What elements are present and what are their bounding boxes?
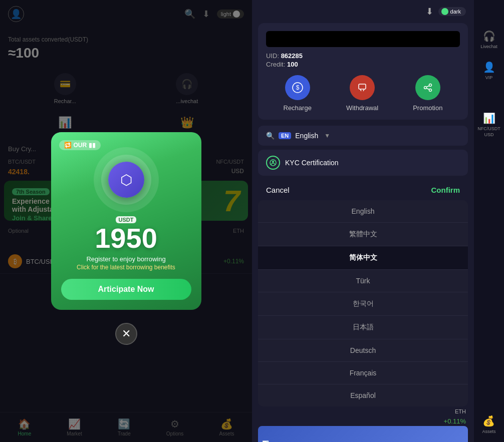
promotion-svg (422, 82, 434, 94)
lang-de-label: Deutsch (350, 346, 376, 354)
dark-dot (441, 8, 448, 15)
credit-label: Credit: (266, 61, 285, 68)
lang-fr-label: Français (350, 369, 377, 377)
kyc-section[interactable]: KYC Certification (258, 150, 468, 176)
register-text: Register to enjoy borrowing (86, 255, 165, 263)
popup-amount: 1950 (95, 224, 157, 252)
withdrawal-circle-icon (350, 75, 375, 100)
svg-point-5 (429, 89, 431, 92)
vip-sidebar-label: VIP (485, 75, 493, 80)
recharge-svg: $ (292, 82, 304, 94)
sidebar-assets[interactable]: 💰 Assets (482, 415, 495, 434)
sidebar-vip[interactable]: 👤 VIP (483, 61, 495, 80)
chevron-down-icon: ▼ (324, 132, 330, 139)
uid-label: UID: (266, 52, 279, 60)
lang-fr[interactable]: Français (258, 362, 468, 384)
lang-ko[interactable]: 한국어 (258, 292, 468, 316)
livechat-sidebar-label: Livechat (480, 44, 497, 49)
svg-line-6 (426, 86, 429, 87)
ticker-right-row: +0.11% (252, 416, 474, 426)
popup-wrapper: 🔁 OUR ▮▮ ⬡ USDT 1950 Register to enjoy b… (51, 132, 201, 310)
profile-credit: Credit: 100 (266, 61, 460, 68)
eth-coin: ⬡ (108, 162, 144, 198)
right-panel: 🎧 Livechat 👤 VIP 📊 NFC/USDTUSD 💰 Assets … (252, 0, 504, 442)
right-panel-inner: ⬇ dark UID: 862285 Credit: 100 (252, 0, 504, 442)
kyc-label: KYC Certification (285, 159, 339, 167)
dark-label: dark (450, 9, 461, 15)
kyc-search-icon: 🔍 (266, 132, 275, 140)
lang-zh-tw-label: 繁體中文 (349, 230, 377, 238)
sidebar-nfc[interactable]: 📊 NFC/USDTUSD (477, 112, 500, 138)
profile-section: UID: 862285 Credit: 100 $ Recharge (258, 23, 468, 120)
recharge-circle-icon: $ (285, 75, 310, 100)
lang-zh-tw[interactable]: 繁體中文 (258, 223, 468, 246)
language-name: English (295, 132, 318, 140)
eth-symbol: ⬡ (120, 172, 132, 188)
svg-point-9 (272, 161, 274, 163)
assets-sidebar-label: Assets (482, 429, 495, 434)
recharge-action-label: Recharge (284, 104, 312, 112)
withdrawal-action-label: Withdrawal (346, 104, 378, 112)
lang-ko-label: 한국어 (353, 299, 374, 307)
vip-sidebar-icon: 👤 (483, 61, 495, 73)
right-header: ⬇ dark (252, 0, 474, 23)
right-sidebar: 🎧 Livechat 👤 VIP 📊 NFC/USDTUSD 💰 Assets (474, 0, 504, 442)
participate-button[interactable]: Articipate Now (61, 279, 191, 300)
promotion-circle-icon (415, 75, 440, 100)
svg-line-7 (426, 89, 429, 90)
uid-value: 862285 (281, 52, 303, 60)
lang-english[interactable]: English (258, 200, 468, 223)
close-popup-button[interactable]: ✕ (115, 323, 137, 345)
svg-point-4 (429, 84, 431, 87)
credit-value: 100 (287, 61, 298, 68)
popup-card: 🔁 OUR ▮▮ ⬡ USDT 1950 Register to enjoy b… (51, 132, 201, 310)
thumbnail-area[interactable]: 📊 (258, 426, 468, 442)
profile-promotion[interactable]: Promotion (413, 75, 442, 112)
dark-toggle[interactable]: dark (438, 7, 466, 16)
popup-our-icon: 🔁 (64, 142, 72, 149)
lang-zh-cn[interactable]: 简体中文 (258, 246, 468, 270)
sidebar-livechat[interactable]: 🎧 Livechat (480, 30, 497, 49)
cancel-button[interactable]: Cancel (266, 186, 290, 194)
nfc-sidebar-label: NFC/USDTUSD (477, 126, 500, 138)
right-download-icon[interactable]: ⬇ (426, 6, 433, 17)
profile-black-bar (266, 31, 460, 47)
popup-overlay[interactable]: 🔁 OUR ▮▮ ⬡ USDT 1950 Register to enjoy b… (0, 0, 252, 442)
profile-withdrawal[interactable]: Withdrawal (346, 75, 378, 112)
lang-tr-label: Türk (356, 277, 370, 285)
lang-english-label: English (352, 207, 375, 215)
click-text: Click for the latest borrowing benefits (77, 264, 175, 271)
eth-coin-container: ⬡ (94, 147, 159, 212)
eth-label: ETH (455, 408, 466, 414)
confirm-button[interactable]: Confirm (431, 186, 460, 194)
kyc-icon (266, 156, 280, 170)
ticker-change-right: +0.11% (444, 417, 466, 425)
language-section[interactable]: 🔍 EN English ▼ (258, 126, 468, 146)
popup-our-text: OUR (74, 142, 87, 149)
livechat-sidebar-icon: 🎧 (483, 30, 495, 42)
promotion-action-label: Promotion (413, 104, 442, 112)
eth-label-row: ETH (252, 406, 474, 416)
nfc-sidebar-icon: 📊 (483, 112, 495, 124)
profile-uid: UID: 862285 (266, 52, 460, 60)
assets-sidebar-icon: 💰 (482, 415, 495, 427)
lang-ja[interactable]: 日本語 (258, 316, 468, 339)
lang-de[interactable]: Deutsch (258, 339, 468, 362)
svg-point-3 (424, 87, 426, 89)
language-list: English 繁體中文 简体中文 Türk 한국어 日本語 Deutsch F… (258, 200, 468, 406)
thumb-text: 📊 (262, 440, 269, 443)
thumb-img: 📊 (258, 426, 468, 442)
lang-es[interactable]: Español (258, 384, 468, 406)
lang-tr[interactable]: Türk (258, 270, 468, 292)
kyc-svg (269, 159, 277, 167)
lang-es-label: Español (350, 391, 376, 399)
svg-text:$: $ (296, 84, 299, 91)
profile-recharge[interactable]: $ Recharge (284, 75, 312, 112)
svg-rect-2 (359, 84, 366, 89)
en-badge: EN (279, 132, 291, 139)
left-panel: 👤 🔍 ⬇ light Total assets converted(USDT)… (0, 0, 252, 442)
lang-ja-label: 日本語 (353, 323, 374, 331)
lang-zh-cn-label: 简体中文 (349, 253, 377, 261)
profile-actions: $ Recharge Withdrawal (266, 75, 460, 112)
cancel-confirm-row: Cancel Confirm (252, 180, 474, 200)
